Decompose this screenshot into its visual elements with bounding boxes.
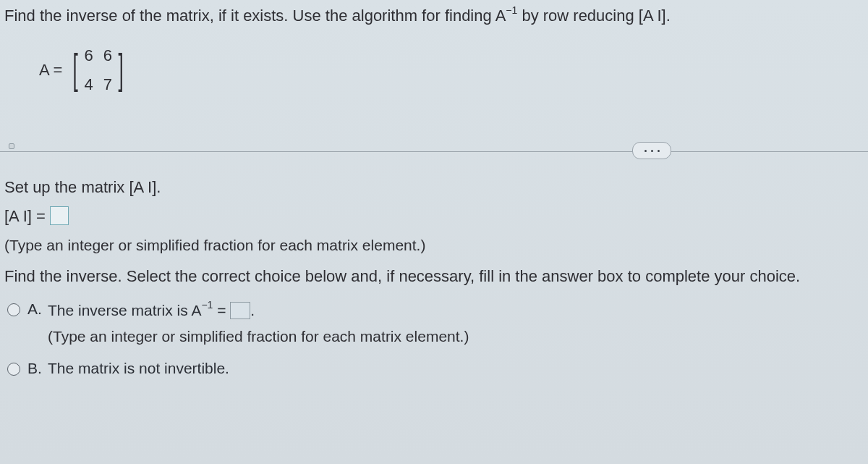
radio-b[interactable] <box>7 363 20 376</box>
choice-a: A. The inverse matrix is A−1 = . (Type a… <box>7 300 864 345</box>
choice-b: B. The matrix is not invertible. <box>7 360 864 377</box>
cell-r1c1: 6 <box>85 46 93 65</box>
right-bracket-icon: ] <box>118 50 123 88</box>
dot-icon <box>658 150 660 152</box>
cell-r2c1: 4 <box>85 75 93 94</box>
step1-expression: [A I] = <box>4 207 864 227</box>
choice-a-hint: (Type an integer or simplified fraction … <box>48 328 864 345</box>
step2-label: Find the inverse. Select the correct cho… <box>4 267 864 286</box>
choice-b-letter: B. <box>27 360 48 377</box>
choice-a-exp: −1 <box>201 299 213 311</box>
inverse-input-box[interactable] <box>230 302 250 319</box>
cell-r1c2: 6 <box>103 46 112 65</box>
matrix-display: A = [ 6 6 4 7 ] <box>39 46 864 94</box>
matrix-input-box[interactable] <box>50 206 69 225</box>
choice-a-body: The inverse matrix is A−1 = . (Type an i… <box>48 300 864 345</box>
choice-a-text: The inverse matrix is A−1 = . <box>48 300 864 320</box>
dot-icon <box>644 150 647 152</box>
prompt-suffix: by row reducing [A I]. <box>517 7 671 25</box>
dot-icon <box>651 150 653 152</box>
choice-a-mid: = <box>213 302 230 319</box>
more-options-button[interactable] <box>632 142 671 159</box>
prompt-exponent: −1 <box>506 4 517 16</box>
answer-section: Set up the matrix [A I]. [A I] = (Type a… <box>0 152 868 377</box>
radio-a[interactable] <box>7 303 20 316</box>
choice-b-text: The matrix is not invertible. <box>48 360 229 376</box>
left-bracket-icon: [ <box>73 50 78 88</box>
choice-b-body: The matrix is not invertible. <box>48 360 864 377</box>
step1-label: Set up the matrix [A I]. <box>4 178 864 197</box>
cell-r2c2: 7 <box>103 75 112 94</box>
problem-statement-section: Find the inverse of the matrix, if it ex… <box>0 0 868 152</box>
matrix-lhs: A = <box>39 61 62 80</box>
step1-lhs: [A I] = <box>4 207 46 225</box>
decorative-dot <box>9 143 14 149</box>
choice-a-suffix: . <box>250 302 255 319</box>
prompt-prefix: Find the inverse of the matrix, if it ex… <box>4 7 506 25</box>
matrix-cells: 6 6 4 7 <box>85 46 113 94</box>
prompt-text: Find the inverse of the matrix, if it ex… <box>4 6 864 26</box>
step1-hint: (Type an integer or simplified fraction … <box>4 237 864 254</box>
choice-a-prefix: The inverse matrix is A <box>48 302 201 319</box>
choice-group: A. The inverse matrix is A−1 = . (Type a… <box>7 300 864 376</box>
choice-a-letter: A. <box>27 300 48 318</box>
